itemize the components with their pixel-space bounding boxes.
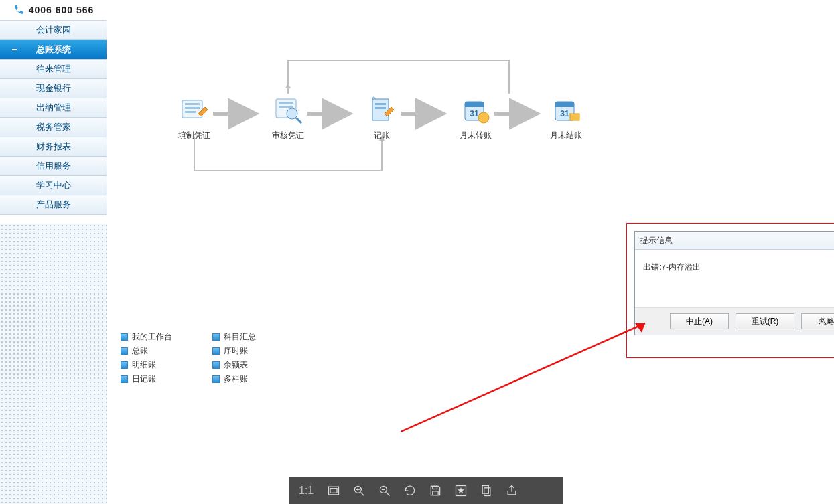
quicklink-item[interactable]: 明细账 xyxy=(121,359,172,371)
svg-rect-23 xyxy=(555,102,574,107)
copy-icon xyxy=(480,484,493,497)
sidebar-item-4[interactable]: 出纳管理 xyxy=(0,98,107,118)
copy-button[interactable] xyxy=(478,483,494,499)
quicklink-item[interactable]: 序时账 xyxy=(212,345,256,357)
quicklink-label: 余额表 xyxy=(224,359,248,371)
flow-node-tzpz[interactable]: 填制凭证 xyxy=(164,94,224,141)
app-root: 4006 600 566 会计家园总账系统往来管理现金银行出纳管理税务管家财务报… xyxy=(0,0,834,504)
quicklink-label: 多栏账 xyxy=(224,373,248,385)
sidebar-item-3[interactable]: 现金银行 xyxy=(0,79,107,98)
svg-rect-16 xyxy=(375,103,386,105)
sidebar-item-5[interactable]: 税务管家 xyxy=(0,118,107,137)
quicklink-label: 总账 xyxy=(132,345,148,357)
workflow: 填制凭证 审核凭证 记账 31 月末转账 xyxy=(134,47,643,181)
share-icon xyxy=(505,484,518,497)
flow-node-ymzz[interactable]: 31 月末转账 xyxy=(445,94,506,141)
sidebar-item-9[interactable]: 产品服务 xyxy=(0,195,107,215)
zoom-out-icon xyxy=(378,484,391,497)
sidebar-item-1[interactable]: 总账系统 xyxy=(0,40,107,60)
flow-node-label: 月末结账 xyxy=(536,130,596,141)
sidebar-item-2[interactable]: 往来管理 xyxy=(0,60,107,79)
svg-rect-8 xyxy=(185,103,200,105)
phone-number: 4006 600 566 xyxy=(29,5,94,15)
fit-screen-icon xyxy=(327,484,340,497)
sidebar-item-7[interactable]: 信用服务 xyxy=(0,157,107,176)
svg-line-15 xyxy=(296,118,301,123)
quicklink-item[interactable]: 我的工作台 xyxy=(121,331,172,343)
svg-point-21 xyxy=(478,112,489,123)
voucher-create-icon xyxy=(178,94,210,126)
ignore-button[interactable]: 忽略(I) xyxy=(801,313,834,329)
share-button[interactable] xyxy=(504,483,520,499)
dialog-body: 出错:7-内存溢出 xyxy=(635,250,834,307)
svg-rect-37 xyxy=(433,486,437,489)
retry-button[interactable]: 重试(R) xyxy=(736,313,794,329)
flow-node-label: 审核凭证 xyxy=(258,130,318,141)
zoom-out-button[interactable] xyxy=(376,483,393,499)
bullet-icon xyxy=(212,347,220,355)
flow-node-ymjz[interactable]: 31 月末结账 xyxy=(536,94,596,141)
svg-rect-13 xyxy=(279,106,293,108)
svg-marker-5 xyxy=(285,83,291,88)
dialog-title: 提示信息 xyxy=(640,235,673,246)
svg-rect-38 xyxy=(433,491,438,495)
svg-line-35 xyxy=(387,492,390,495)
svg-rect-12 xyxy=(279,102,293,104)
fit-screen-button[interactable] xyxy=(326,483,342,499)
sidebar-item-0[interactable]: 会计家园 xyxy=(0,21,107,40)
svg-rect-29 xyxy=(330,488,337,493)
svg-text:31: 31 xyxy=(560,109,569,118)
quicklink-label: 序时账 xyxy=(224,345,248,357)
dialog-titlebar: 提示信息 ✕ xyxy=(635,232,834,250)
svg-line-31 xyxy=(361,492,364,495)
voucher-audit-icon xyxy=(272,94,304,126)
bullet-icon xyxy=(212,333,220,341)
sidebar-item-6[interactable]: 财务报表 xyxy=(0,137,107,157)
month-transfer-icon: 31 xyxy=(460,94,492,126)
svg-point-14 xyxy=(287,108,297,119)
favorite-button[interactable] xyxy=(453,483,469,499)
save-button[interactable] xyxy=(427,483,443,499)
quicklink-item[interactable]: 多栏账 xyxy=(212,373,256,385)
svg-rect-19 xyxy=(465,102,484,107)
zoom-in-button[interactable] xyxy=(351,483,367,499)
sidebar-nav: 会计家园总账系统往来管理现金银行出纳管理税务管家财务报表信用服务学习中心产品服务 xyxy=(0,21,107,215)
quicklink-label: 科目汇总 xyxy=(224,331,256,343)
svg-rect-17 xyxy=(375,107,386,109)
rotate-button[interactable] xyxy=(402,483,418,499)
rotate-icon xyxy=(403,484,417,497)
svg-rect-25 xyxy=(570,114,579,120)
quicklink-item[interactable]: 余额表 xyxy=(212,359,256,371)
quicklink-item[interactable]: 日记账 xyxy=(121,373,172,385)
annotation-arrow xyxy=(401,318,655,432)
svg-rect-10 xyxy=(185,111,196,113)
bullet-icon xyxy=(212,361,220,369)
quicklink-label: 日记账 xyxy=(132,373,156,385)
month-close-icon: 31 xyxy=(550,94,582,126)
flow-node-label: 填制凭证 xyxy=(164,130,224,141)
quicklinks-col-1: 我的工作台总账明细账日记账 xyxy=(121,331,172,385)
posting-icon xyxy=(366,94,398,126)
error-dialog: 提示信息 ✕ 出错:7-内存溢出 中止(A) 重试(R) 忽略(I) xyxy=(634,231,834,335)
bullet-icon xyxy=(212,375,220,383)
quicklink-label: 我的工作台 xyxy=(132,331,172,343)
phone-icon xyxy=(13,4,25,16)
abort-button[interactable]: 中止(A) xyxy=(670,313,729,329)
flow-node-shpz[interactable]: 审核凭证 xyxy=(258,94,318,141)
sidebar-decoration xyxy=(0,224,107,504)
sidebar-item-8[interactable]: 学习中心 xyxy=(0,176,107,195)
bullet-icon xyxy=(121,347,128,355)
quicklink-item[interactable]: 科目汇总 xyxy=(212,331,256,343)
svg-rect-40 xyxy=(482,485,488,493)
phone-bar: 4006 600 566 xyxy=(0,0,107,21)
quicklink-item[interactable]: 总账 xyxy=(121,345,172,357)
dialog-buttons: 中止(A) 重试(R) 忽略(I) xyxy=(635,307,834,335)
quicklink-label: 明细账 xyxy=(132,359,156,371)
flow-node-jz[interactable]: 记账 xyxy=(352,94,412,141)
svg-rect-9 xyxy=(185,107,200,109)
bullet-icon xyxy=(121,361,128,369)
bottom-toolbar: 1:1 xyxy=(289,477,563,504)
dialog-message: 出错:7-内存溢出 xyxy=(643,262,701,272)
bullet-icon xyxy=(121,333,128,341)
bullet-icon xyxy=(121,375,128,383)
